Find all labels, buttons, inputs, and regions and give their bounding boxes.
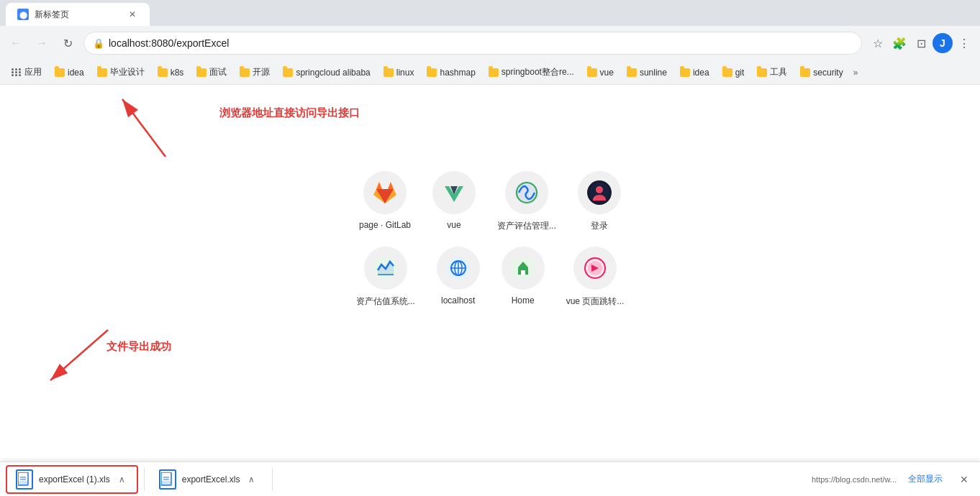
bookmark-k8s[interactable]: k8s xyxy=(152,65,190,81)
download-chevron-1[interactable]: ∧ xyxy=(116,472,128,487)
download-filename-1: exportExcel (1).xls xyxy=(39,474,110,484)
bookmark-label: sunline xyxy=(640,68,667,78)
back-button[interactable]: ← xyxy=(6,33,26,53)
shortcut-label-vue-jump: vue 页面跳转... xyxy=(566,295,625,308)
bookmark-linux[interactable]: linux xyxy=(378,65,420,81)
bookmark-springboot[interactable]: springboot整合re... xyxy=(483,63,580,81)
folder-icon xyxy=(97,68,107,77)
bookmark-star-button[interactable]: ☆ xyxy=(868,33,888,53)
apps-grid-icon xyxy=(12,68,22,76)
folder-icon xyxy=(384,68,394,77)
status-bar-link: https://blog.csdn.net/w... xyxy=(812,475,897,484)
folder-icon xyxy=(196,68,207,77)
bookmark-label: linux xyxy=(396,68,414,78)
shortcut-icon-home xyxy=(502,247,545,290)
bookmark-apps[interactable]: 应用 xyxy=(6,63,47,81)
folder-icon xyxy=(283,68,293,77)
tab-favicon: ⬤ xyxy=(17,9,29,20)
folder-icon xyxy=(158,68,168,77)
folder-icon xyxy=(587,68,597,77)
bookmark-label: security xyxy=(813,68,843,78)
address-bar-row: ← → ↻ 🔒 ☆ 🧩 ⊡ J ⋮ xyxy=(0,26,980,60)
folder-icon xyxy=(627,68,637,77)
shortcut-icon-asset-val xyxy=(364,247,407,290)
folder-icon xyxy=(489,68,499,77)
bookmark-idea[interactable]: idea xyxy=(49,65,90,81)
bookmarks-more-button[interactable]: » xyxy=(850,65,861,81)
bookmark-label: 毕业设计 xyxy=(110,66,145,78)
shortcut-asset-val[interactable]: 资产估值系统... xyxy=(356,247,415,308)
svg-rect-28 xyxy=(161,481,171,485)
download-file-icon-2 xyxy=(159,469,176,490)
svg-point-8 xyxy=(596,186,603,193)
svg-line-1 xyxy=(122,99,165,157)
download-item-1[interactable]: exportExcel (1).xls ∧ xyxy=(6,465,138,494)
shortcut-vue-jump[interactable]: vue 页面跳转... xyxy=(566,247,625,308)
close-download-bar-button[interactable]: ✕ xyxy=(954,471,974,488)
folder-icon xyxy=(55,68,65,77)
browser-window: ⬤ 新标签页 ✕ ← → ↻ 🔒 ☆ 🧩 ⊡ J ⋮ 应用 xyxy=(0,0,980,426)
bookmark-label: springboot整合re... xyxy=(502,66,574,78)
shortcut-gitlab[interactable]: page · GitLab xyxy=(359,171,411,232)
address-bar[interactable]: 🔒 xyxy=(83,32,862,55)
top-annotation-arrow xyxy=(72,85,216,164)
lock-icon: 🔒 xyxy=(93,38,104,49)
shortcut-label-gitlab: page · GitLab xyxy=(359,220,411,230)
shortcut-label-login: 登录 xyxy=(591,220,608,232)
folder-icon xyxy=(240,68,250,77)
bookmark-label: 面试 xyxy=(209,66,227,78)
svg-rect-17 xyxy=(521,270,525,275)
bookmark-apps-label: 应用 xyxy=(24,66,42,78)
extension-puzzle-button[interactable]: 🧩 xyxy=(889,33,909,53)
bookmark-tools[interactable]: 工具 xyxy=(751,63,793,81)
bookmark-idea2[interactable]: idea xyxy=(674,65,715,81)
active-tab[interactable]: ⬤ 新标签页 ✕ xyxy=(6,3,150,26)
bookmark-label: vue xyxy=(600,68,614,78)
tab-close-button[interactable]: ✕ xyxy=(127,9,138,20)
download-chevron-2[interactable]: ∧ xyxy=(245,472,258,487)
bookmark-interview[interactable]: 面试 xyxy=(191,63,232,81)
bookmark-label: springcloud alibaba xyxy=(296,68,370,78)
shortcut-icon-vue-jump xyxy=(573,247,617,290)
bookmark-label: idea xyxy=(693,68,709,78)
shortcut-login[interactable]: 登录 xyxy=(578,171,621,232)
tab-bar: ⬤ 新标签页 ✕ xyxy=(0,0,980,26)
shortcut-label-vue: vue xyxy=(447,220,460,230)
bookmark-springcloud[interactable]: springcloud alibaba xyxy=(277,65,376,81)
folder-icon xyxy=(757,68,767,77)
bookmark-label: idea xyxy=(68,68,84,78)
shortcut-localhost[interactable]: localhost xyxy=(437,247,480,308)
shortcut-asset-eval[interactable]: 资产评估管理... xyxy=(497,171,556,232)
shortcut-label-home: Home xyxy=(512,295,535,306)
shortcut-vue[interactable]: vue xyxy=(432,171,476,232)
folder-icon xyxy=(800,68,810,77)
download-divider-1 xyxy=(144,468,145,491)
profile-button[interactable]: J xyxy=(933,33,953,53)
address-input[interactable] xyxy=(109,37,853,49)
main-content: 浏览器地址直接访问导出接口 page · GitLab xyxy=(0,85,980,426)
shortcut-icon-localhost xyxy=(437,247,480,290)
bookmark-vue[interactable]: vue xyxy=(581,65,620,81)
refresh-button[interactable]: ↻ xyxy=(58,33,78,53)
show-all-button[interactable]: 全部显示 xyxy=(902,470,948,488)
bookmark-security[interactable]: security xyxy=(794,65,848,81)
folder-icon xyxy=(680,68,690,77)
bookmark-hashmap[interactable]: hashmap xyxy=(421,65,481,81)
shortcuts-row2: 资产估值系统... localhost xyxy=(356,247,625,308)
shortcut-icon-gitlab xyxy=(363,171,407,214)
bookmark-thesis[interactable]: 毕业设计 xyxy=(91,63,150,81)
cast-button[interactable]: ⊡ xyxy=(911,33,931,53)
bookmark-git[interactable]: git xyxy=(717,65,750,81)
bookmark-label: 开源 xyxy=(253,66,270,78)
folder-icon xyxy=(722,68,732,77)
menu-button[interactable]: ⋮ xyxy=(954,33,974,53)
download-file-icon-1 xyxy=(16,469,33,490)
bookmark-label: k8s xyxy=(171,68,184,78)
shortcut-home[interactable]: Home xyxy=(502,247,545,308)
forward-button[interactable]: → xyxy=(32,33,52,53)
bookmark-opensource[interactable]: 开源 xyxy=(234,63,276,81)
shortcut-label-asset-val: 资产估值系统... xyxy=(356,295,415,308)
tab-label: 新标签页 xyxy=(35,9,69,21)
download-item-2[interactable]: exportExcel.xls ∧ xyxy=(150,467,267,492)
bookmark-sunline[interactable]: sunline xyxy=(621,65,673,81)
